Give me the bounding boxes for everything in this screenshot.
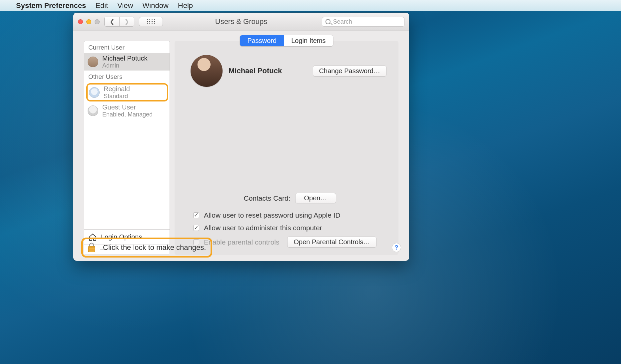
sidebar-user-current[interactable]: Michael Potuck Admin — [84, 53, 170, 71]
lock-icon[interactable] — [86, 242, 97, 253]
avatar-icon — [88, 57, 98, 67]
close-button[interactable] — [78, 19, 83, 24]
checkbox-reset-appleid[interactable] — [193, 212, 199, 218]
change-password-button[interactable]: Change Password… — [313, 66, 386, 77]
window-controls — [78, 19, 100, 24]
menu-window[interactable]: Window — [143, 1, 169, 10]
menu-help[interactable]: Help — [178, 1, 193, 10]
avatar-icon — [89, 87, 100, 98]
svg-rect-2 — [88, 249, 95, 250]
app-menu[interactable]: System Preferences — [16, 1, 86, 10]
section-other-users: Other Users — [84, 71, 170, 83]
nav-back-forward: ❮ ❯ — [104, 17, 134, 27]
back-button[interactable]: ❮ — [105, 17, 119, 26]
checkbox-row-reset-appleid[interactable]: Allow user to reset password using Apple… — [193, 211, 386, 219]
lock-annotation: Click the lock to make changes. — [81, 238, 212, 258]
users-sidebar: Current User Michael Potuck Admin Other … — [84, 41, 170, 255]
contacts-card-label: Contacts Card: — [244, 194, 291, 202]
sidebar-user-guest[interactable]: Guest User Enabled, Managed — [84, 102, 170, 119]
user-role: Standard — [104, 93, 130, 100]
open-contacts-card-button[interactable]: Open… — [295, 193, 336, 203]
user-avatar[interactable] — [191, 55, 223, 87]
checkbox-label: Allow user to administer this computer — [204, 224, 322, 232]
user-name: Michael Potuck — [102, 55, 148, 62]
user-detail-panel: Password Login Items Michael Potuck Chan… — [175, 41, 398, 255]
menu-view[interactable]: View — [117, 1, 133, 10]
checkbox-row-administer[interactable]: Allow user to administer this computer — [193, 224, 386, 232]
show-all-button[interactable] — [139, 17, 163, 26]
user-name: Guest User — [102, 103, 153, 111]
window-footer: Click the lock to make changes. ? — [81, 238, 401, 258]
search-input[interactable] — [333, 18, 401, 25]
search-field[interactable] — [322, 17, 404, 27]
section-current-user: Current User — [84, 41, 170, 53]
lock-text: Click the lock to make changes. — [103, 243, 206, 252]
checkbox-administer[interactable] — [193, 225, 199, 231]
sidebar-user-reginald[interactable]: Reginald Standard — [88, 85, 166, 100]
panel-tabs: Password Login Items — [240, 35, 333, 47]
help-button[interactable]: ? — [392, 243, 401, 252]
grid-icon — [147, 19, 155, 24]
svg-rect-3 — [88, 251, 95, 251]
user-role: Enabled, Managed — [102, 111, 153, 118]
forward-button[interactable]: ❯ — [119, 17, 134, 26]
checkbox-label: Allow user to reset password using Apple… — [204, 211, 340, 219]
user-name: Reginald — [104, 85, 130, 93]
tab-password[interactable]: Password — [240, 35, 284, 46]
highlight-annotation: Reginald Standard — [86, 83, 168, 102]
menubar: System Preferences Edit View Window Help — [0, 0, 621, 11]
search-icon — [325, 19, 330, 24]
minimize-button[interactable] — [86, 19, 91, 24]
user-role: Admin — [102, 62, 148, 69]
avatar-icon — [88, 105, 98, 116]
tab-login-items[interactable]: Login Items — [284, 35, 333, 46]
svg-rect-1 — [88, 247, 95, 248]
prefs-window: ❮ ❯ Users & Groups Current User — [73, 13, 409, 261]
menu-edit[interactable]: Edit — [95, 1, 108, 10]
panel-user-name: Michael Potuck — [229, 67, 282, 75]
titlebar: ❮ ❯ Users & Groups — [73, 13, 409, 31]
zoom-button[interactable] — [95, 19, 100, 24]
